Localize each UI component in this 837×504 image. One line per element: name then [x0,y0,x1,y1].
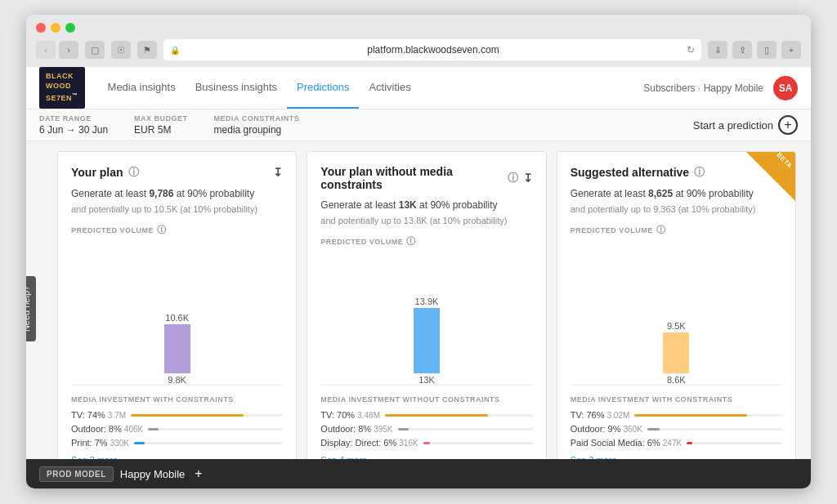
investment-bar-fill [423,442,430,444]
account-info: Subscribers · Happy Mobile [643,83,763,94]
predicted-volume-info-icon[interactable]: ⓘ [406,235,416,248]
app-header: BLACK WOOD SE7EN™ Media insights Busines… [26,67,811,109]
investment-bar-bg [148,428,283,430]
logo-line3: SE7EN [46,94,72,102]
minimize-button[interactable] [51,23,60,33]
investment-bar-fill [385,414,488,417]
max-budget-value: EUR 5M [134,124,188,136]
bar-top-label: 10.6K [165,313,189,323]
address-bar[interactable]: 🔒 platform.blackwoodseven.com ↻ [163,39,701,60]
start-prediction-button[interactable]: Start a prediction + [693,115,798,135]
card-title-text: Your plan [71,166,123,179]
investment-bar-bg [647,428,782,430]
media-constraints-label: MEDIA CONSTRAINTS [214,114,300,123]
card-title-text: Suggested alternative [571,166,690,179]
bar-top-label: 9.5K [667,321,686,331]
lock-icon: 🔒 [170,46,180,55]
nav-activities[interactable]: Activities [359,67,420,109]
investment-bar-bg [131,414,283,417]
predicted-volume-label: PREDICTED VOLUME ⓘ [320,235,532,248]
max-budget-filter: MAX BUDGET EUR 5M [134,114,188,136]
new-tab-button[interactable]: + [781,41,801,59]
logo: BLACK WOOD SE7EN™ [39,67,85,108]
shield-icon[interactable]: ☉ [111,41,131,59]
logo-line2: WOOD [46,82,71,90]
investment-label: MEDIA INVESTMENT WITH CONSTRAINTS [571,395,782,404]
download-icon[interactable]: ↧ [523,172,533,185]
card-subtitle-secondary: and potentially up to 13.8K (at 10% prob… [320,216,532,225]
bar [414,308,440,373]
investment-social-text: Paid Social Media: 6% 247K [571,438,682,448]
chart-area: 9.5K 8.6K [571,243,782,386]
plan-without-constraints-card: Your plan without media constraints ⓘ ↧ … [307,151,546,479]
investment-item-social: Paid Social Media: 6% 247K [571,438,782,448]
investment-display-text: Display: Direct: 6% 316K [320,438,418,448]
investment-item-outdoor: Outdoor: 9% 360K [571,424,782,434]
info-icon[interactable]: ⓘ [128,165,139,180]
back-button[interactable]: ‹ [36,41,56,59]
bottom-plus-icon[interactable]: + [195,466,202,481]
nav-business-insights[interactable]: Business insights [186,67,287,109]
date-range-value: 6 Jun → 30 Jun [39,124,108,136]
app-content: BLACK WOOD SE7EN™ Media insights Busines… [26,67,811,488]
nav-media-insights[interactable]: Media insights [98,67,186,109]
bar [164,324,190,373]
media-constraints-filter: MEDIA CONSTRAINTS media grouping [214,114,300,136]
investment-tv-text: TV: 74% 3.7M [71,410,126,420]
flag-icon[interactable]: ⚑ [137,41,157,59]
card-subtitle: Generate at least 9,786 at 90% probabili… [71,186,283,201]
bar [663,332,689,373]
bar-bottom-label: 9.8K [168,375,186,385]
sub-header: DATE RANGE 6 Jun → 30 Jun MAX BUDGET EUR… [26,109,811,141]
investment-bar-bg [687,442,782,444]
nav-predictions[interactable]: Predictions [287,67,359,109]
url-text: platform.blackwoodseven.com [185,44,682,56]
date-range-filter: DATE RANGE 6 Jun → 30 Jun [39,114,108,136]
investment-item-outdoor: Outdoor: 8% 395K [320,424,532,434]
investment-print-text: Print: 7% 330K [71,438,129,448]
card-title-text: Your plan without media constraints [320,165,502,191]
download-icon[interactable]: ⇓ [708,41,727,59]
maximize-button[interactable] [65,23,75,33]
investment-bar-bg [423,442,533,444]
predicted-volume-info-icon[interactable]: ⓘ [656,224,666,236]
close-button[interactable] [36,23,46,33]
share-icon[interactable]: ⇪ [732,41,752,59]
subtitle-value: 8,625 [648,188,673,199]
need-help-tab[interactable]: Need help? [26,275,36,341]
chart-area: 10.6K 9.8K [71,243,283,386]
subtitle-value: 13K [399,199,417,211]
investment-outdoor-text: Outdoor: 8% 406K [71,424,143,434]
main-content: Need help? Your plan ⓘ ↧ Generate at lea… [26,141,811,488]
date-range-label: DATE RANGE [39,114,108,123]
avatar[interactable]: SA [773,76,798,100]
predicted-volume-label: PREDICTED VOLUME ⓘ [571,224,782,236]
forward-button[interactable]: › [59,41,78,59]
investment-bar-bg [398,428,533,430]
tab-view-button[interactable]: ▢ [85,41,105,59]
bar-top-label: 13.9K [415,297,439,306]
bar-group: 10.6K 9.8K [164,313,190,385]
card-title: Your plan without media constraints ⓘ ↧ [320,165,532,191]
tabs-icon[interactable]: ▯ [757,41,777,59]
refresh-button[interactable]: ↻ [687,44,695,56]
sub-header-filters: DATE RANGE 6 Jun → 30 Jun MAX BUDGET EUR… [39,114,299,136]
investment-tv-text: TV: 70% 3.48M [320,410,380,420]
investment-item-print: Print: 7% 330K [71,438,283,448]
plus-icon: + [778,115,798,135]
main-nav: Media insights Business insights Predict… [98,67,644,109]
investment-item-tv: TV: 74% 3.7M [71,410,283,420]
investment-label: MEDIA INVESTMENT WITH CONSTRAINTS [71,395,283,404]
browser-chrome: ‹ › ▢ ☉ ⚑ 🔒 platform.blackwoodseven.com … [26,15,811,67]
info-icon[interactable]: ⓘ [508,171,518,185]
investment-bar-bg [385,414,533,417]
predicted-volume-info-icon[interactable]: ⓘ [157,224,167,236]
suggested-alternative-card: BETA Suggested alternative ⓘ ↧ Generate … [557,151,796,479]
investment-bar-fill [148,428,159,430]
download-icon[interactable]: ↧ [273,166,283,179]
info-icon[interactable]: ⓘ [694,165,705,180]
investment-tv-text: TV: 76% 3.02M [571,410,630,420]
prod-model-badge: PROD MODEL [39,466,114,482]
cards-container: Your plan ⓘ ↧ Generate at least 9,786 at… [26,141,811,488]
investment-item-outdoor: Outdoor: 8% 406K [71,424,283,434]
